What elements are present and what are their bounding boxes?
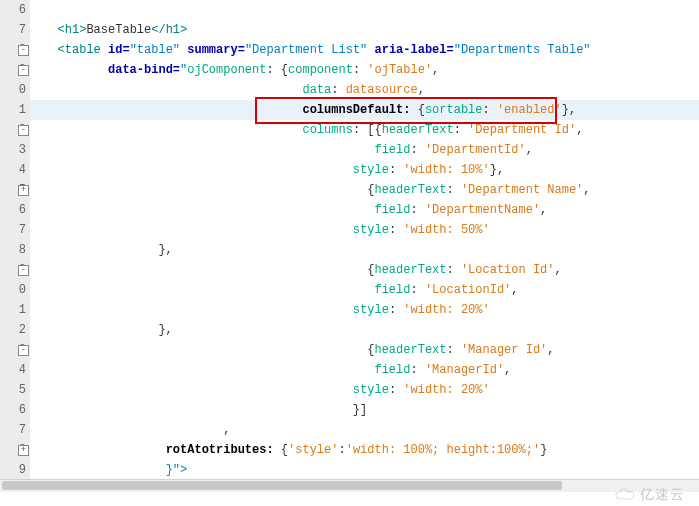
line-number: 4 [0,360,30,380]
code-line[interactable]: field: 'LocationId', [30,280,699,300]
line-number: 0 [0,80,30,100]
line-number: 5 [0,380,30,400]
line-number: 0 [0,280,30,300]
line-number: 3 [0,140,30,160]
code-line[interactable]: style: 'width: 20%' [30,300,699,320]
code-line[interactable]: field: 'DepartmentId', [30,140,699,160]
code-line[interactable] [30,0,699,20]
line-number: 6 [0,400,30,420]
code-line[interactable]: - {headerText: 'Manager Id', [30,340,699,360]
watermark-text: 亿速云 [640,486,685,504]
fold-toggle[interactable]: - [18,345,29,356]
code-area[interactable]: <h1>BaseTable</h1> - <table id="table" s… [30,0,699,480]
code-line[interactable]: }, [30,240,699,260]
code-line[interactable]: data: datasource, [30,80,699,100]
fold-toggle[interactable]: + [18,185,29,196]
code-line[interactable]: style: 'width: 10%'}, [30,160,699,180]
code-line-highlighted[interactable]: columnsDefault: {sortable: 'enabled'}, [30,100,699,120]
code-line[interactable]: field: 'DepartmentName', [30,200,699,220]
fold-toggle[interactable]: + [18,445,29,456]
code-line[interactable]: - {headerText: 'Location Id', [30,260,699,280]
code-line[interactable]: <h1>BaseTable</h1> [30,20,699,40]
line-number: 4 [0,160,30,180]
code-line[interactable]: - data-bind="ojComponent: {component: 'o… [30,60,699,80]
code-line[interactable]: + rotAtotributes: {'style':'width: 100%;… [30,440,699,460]
code-editor: 6 7 8 9 0 1 2 3 4 5 6 7 8 9 0 1 2 3 4 5 … [0,0,699,506]
fold-toggle[interactable]: - [18,265,29,276]
line-number: 1 [0,300,30,320]
scroll-thumb[interactable] [2,481,562,490]
line-number: 6 [0,200,30,220]
line-number: 2 [0,320,30,340]
code-line[interactable]: }] [30,400,699,420]
cloud-icon [614,488,636,502]
line-number: 9 [0,460,30,480]
fold-toggle[interactable]: - [18,125,29,136]
code-line[interactable]: }"> [30,460,699,480]
line-number: 1 [0,100,30,120]
code-line[interactable]: style: 'width: 50%' [30,220,699,240]
code-line[interactable]: style: 'width: 20%' [30,380,699,400]
code-line[interactable]: + {headerText: 'Department Name', [30,180,699,200]
line-number: 7 [0,420,30,440]
line-number: 7 [0,20,30,40]
code-line[interactable]: }, [30,320,699,340]
code-line[interactable]: - <table id="table" summary="Department … [30,40,699,60]
fold-toggle[interactable]: - [18,65,29,76]
code-line[interactable]: field: 'ManagerId', [30,360,699,380]
line-number: 6 [0,0,30,20]
fold-toggle[interactable]: - [18,45,29,56]
horizontal-scrollbar[interactable] [0,479,699,492]
line-number: 7 [0,220,30,240]
code-line[interactable]: , [30,420,699,440]
code-line[interactable]: - columns: [{headerText: 'Department Id'… [30,120,699,140]
line-number: 8 [0,240,30,260]
watermark: 亿速云 [614,486,685,504]
